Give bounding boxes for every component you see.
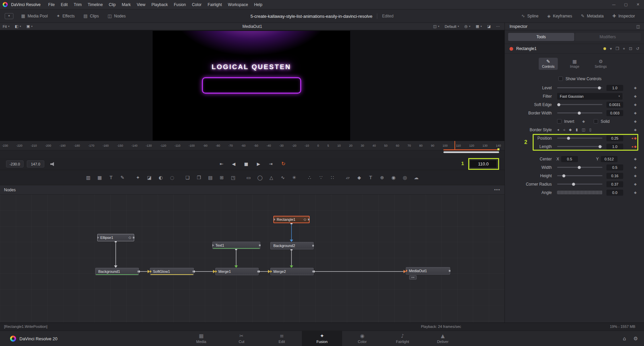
text-3d-tool-icon[interactable]: T [366,173,375,182]
keyframe-diamond-icon[interactable]: ◆ [634,174,637,178]
keyframe-diamond-icon[interactable]: ◆ [634,157,637,161]
timeline-ruler[interactable]: -230-220-210-200-190-180-170-160-150-140… [0,141,504,150]
keyframe-diamond-icon[interactable]: ◂◆ [631,145,637,148]
grid-dropdown[interactable]: ▦▾ [473,24,484,28]
param-value-field[interactable]: 0.0031 [606,102,623,108]
metadata-button[interactable]: ✎Metadata [577,9,608,23]
param-slider[interactable] [557,184,602,185]
node-canvas[interactable]: Ellipse1◇Background1SoftGlow1Text1Merge1… [0,195,504,323]
renderer-3d-tool-icon[interactable]: ◉ [389,173,398,182]
inspector-panel-icon[interactable]: ◫ [636,24,640,29]
go-to-last-frame-button[interactable]: ⇥ [269,162,273,166]
menu-item-color[interactable]: Color [189,0,205,9]
border-style-option-6-icon[interactable]: ▯ [589,128,591,132]
keyframe-diamond-icon[interactable]: ◆ [634,128,637,132]
inspector-button[interactable]: ✚Inspector [608,9,639,23]
bspline-mask-tool-icon[interactable]: ∿ [278,173,287,182]
menu-item-fairlight[interactable]: Fairlight [205,0,225,9]
settings-gear-icon[interactable]: ⚙ [634,336,638,341]
keyframe-diamond-icon[interactable]: ◆ [634,191,637,194]
clips-button[interactable]: ▤Clips [79,9,103,23]
close-icon[interactable]: ✕ [632,0,644,9]
slider-handle[interactable] [599,145,602,148]
slider-handle[interactable] [562,174,566,177]
merge-tool-icon[interactable]: ❏ [183,173,192,182]
page-edit[interactable]: ≡Edit [262,331,302,346]
menu-item-timeline[interactable]: Timeline [85,0,106,9]
crop-tool-icon[interactable]: ◳ [229,173,237,182]
node-color-dot[interactable] [509,47,513,51]
image-plane-3d-tool-icon[interactable]: ▱ [343,173,352,182]
text-tool-icon[interactable]: T [107,173,115,182]
play-button[interactable]: ▶ [257,162,260,166]
slider-handle[interactable] [572,183,575,186]
node-text1[interactable]: Text1 [212,242,260,249]
border-style-option-3-icon[interactable]: ◆ [569,128,572,132]
param-value-field[interactable]: 1.0 [606,85,623,91]
param-value-field[interactable]: 0.25 [606,135,623,141]
background-tool-icon[interactable]: ▦ [95,173,104,182]
param-slider[interactable] [557,138,602,139]
param-slider[interactable] [557,175,602,176]
media-pool-button[interactable]: ▦Media Pool [17,9,52,23]
particle-render-tool-icon[interactable]: ∵ [317,173,325,182]
keyframe-diamond-icon[interactable]: ◆ [634,95,637,98]
zoom-fit-dropdown[interactable]: Fit▾ [0,24,12,29]
nodes-button[interactable]: ◫Nodes [103,9,130,23]
menu-app-name[interactable]: DaVinci Resolve [11,2,41,7]
tab-modifiers[interactable]: Modifiers [575,33,641,41]
keyframe-diamond-icon[interactable]: ◆ [634,120,637,123]
menu-item-fusion[interactable]: Fusion [171,0,189,9]
minimized-node[interactable] [409,275,417,280]
nodes-options-button[interactable]: ••• [494,188,500,192]
keyframe-diamond-icon[interactable]: ◆ [634,166,637,169]
spline-button[interactable]: ∿Spline [517,9,543,23]
camera-3d-tool-icon[interactable]: ◎ [400,173,409,182]
range-start-field[interactable]: -230.0 [6,160,23,167]
center-x-field[interactable]: 0.5 [561,156,578,162]
border-style-option-5-icon[interactable]: ◫ [582,128,585,132]
slider-handle[interactable] [557,103,560,106]
multi-merge-tool-icon[interactable]: ⊞ [217,173,226,182]
particle-merge-tool-icon[interactable]: ∷ [328,173,337,182]
color-curves-tool-icon[interactable]: ◪ [145,173,154,182]
timeline-scrollbar[interactable] [443,151,499,153]
slider-handle[interactable] [578,166,581,169]
subtab-image[interactable]: ▦Image [567,58,583,70]
node-background1[interactable]: Background1 [95,268,139,275]
border-style-option-2-icon[interactable]: ◃ [563,128,565,132]
play-reverse-button[interactable]: ◀ [232,162,235,166]
current-frame-field[interactable]: 110.0 [470,160,497,168]
page-fairlight[interactable]: ♪Fairlight [382,331,423,346]
polygon-mask-tool-icon[interactable]: △ [267,173,276,182]
layer-tool-icon[interactable]: ▤ [206,173,215,182]
volume-3d-tool-icon[interactable]: ☁ [412,173,421,182]
lut-dropdown[interactable]: Default▾ [442,24,462,29]
pin-icon[interactable]: ⌖ [623,47,625,51]
param-slider[interactable] [557,112,602,113]
param-value-field[interactable]: 0.003 [606,110,623,116]
node-rectangle1[interactable]: Rectangle1◇ [273,216,310,223]
maximize-icon[interactable]: ▢ [620,0,632,9]
split-view-dropdown[interactable]: ◎▾ [462,24,473,28]
keyframe-diamond-icon[interactable]: ◆ [634,103,637,106]
param-slider[interactable] [557,87,602,88]
param-value-field[interactable]: 0.5 [606,164,623,170]
compare-dropdown[interactable]: ◫▾ [430,24,442,28]
border-style-option-4-icon[interactable]: ▮ [576,128,578,132]
magic-wand-mask-tool-icon[interactable]: ✳ [290,173,299,182]
solid-checkbox[interactable] [594,119,598,123]
node-ellipse1[interactable]: Ellipse1◇ [97,234,134,241]
page-deliver[interactable]: ▲Deliver [423,331,463,346]
matte-control-tool-icon[interactable]: ❐ [195,173,203,182]
stop-button[interactable]: ■ [244,162,248,166]
menu-item-mark[interactable]: Mark [119,0,134,9]
menu-item-help[interactable]: Help [251,0,265,9]
keyframe-diamond-icon[interactable]: ◆ [634,183,637,186]
node-merge1[interactable]: Merge1 [215,268,259,275]
blur-tool-icon[interactable]: ◌ [168,173,176,182]
node-mediaout1[interactable]: MediaOut1 [406,267,450,275]
rectangle-mask-tool-icon[interactable]: ▭ [244,173,253,182]
keyframes-button[interactable]: ◈Keyframes [543,9,576,23]
float-window-icon[interactable]: ❐ [615,47,619,51]
